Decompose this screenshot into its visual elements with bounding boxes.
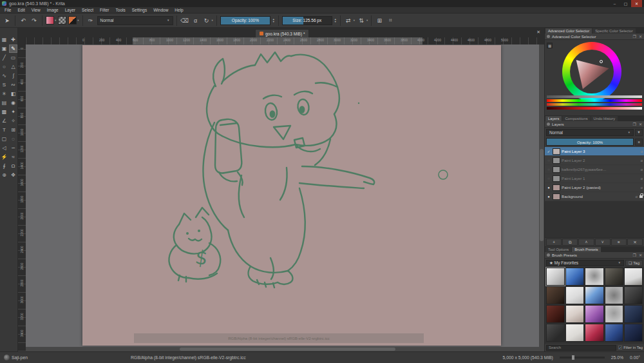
ellipse-tool[interactable]: ○ [0,63,8,71]
docker-tab-brush-presets[interactable]: Brush Presets [572,247,600,252]
close-docker-icon[interactable]: ✕ [639,34,642,39]
vertical-mirror-icon[interactable]: ⇅ [357,16,366,25]
reload-preset-icon[interactable]: ↻ [202,16,211,25]
horizontal-scrollbar-handle[interactable] [180,348,395,351]
brush-preset-6[interactable] [546,286,565,304]
menu-image[interactable]: Image [44,8,62,12]
layer-properties-button[interactable]: ≡ [611,239,627,246]
brush-preset-1[interactable] [546,268,565,286]
filter-in-tag-checkbox[interactable]: ✓ Filter in Tag [618,346,643,349]
maximize-button[interactable]: ▢ [620,0,631,7]
brush-preset-8[interactable] [585,286,603,304]
menu-edit[interactable]: Edit [14,8,28,12]
lock-icon[interactable] [639,195,643,198]
docker-tab-advanced-color-selector[interactable]: Advanced Color Selector [545,28,592,34]
tag-button[interactable]: ❏ Tag [625,260,643,266]
brush-preset-11[interactable] [546,305,565,323]
checkbox-icon[interactable]: ✓ [618,346,622,349]
layer-row[interactable]: ✓Paint Layer 3α [545,147,644,156]
brush-preset-18[interactable] [585,324,603,342]
vertical-scrollbar[interactable] [539,44,544,351]
dynamic-brush-tool[interactable]: ∾ [9,81,17,89]
opacity-spinner[interactable]: ▲▼ [272,18,275,23]
undo-icon[interactable]: ↶ [19,16,28,25]
brush-preset-5[interactable] [624,268,643,286]
brush-preset-4[interactable] [605,268,623,286]
layer-active-check-icon[interactable]: ✓ [546,149,551,153]
blend-mode-select[interactable]: Normal ▼ [97,16,173,25]
menu-select[interactable]: Select [79,8,97,12]
brush-preset-2[interactable] [565,268,584,286]
similar-selection-tool[interactable]: ≈ [9,153,17,161]
move-layer-down-button[interactable]: ˅ [595,239,611,246]
layer-row[interactable]: ●Backgroundα [545,192,644,201]
brush-size-spinner[interactable]: ▲▼ [334,18,337,23]
layer-options-menu-icon[interactable]: ≡ [635,139,643,146]
delete-layer-button[interactable]: ✕ [627,239,643,246]
brush-preset-9[interactable] [605,286,623,304]
gradient-swatch[interactable] [46,16,54,25]
brush-preset-15[interactable] [624,305,643,323]
pattern-swatch[interactable] [58,16,66,25]
freehand-path-tool[interactable]: S [0,81,8,89]
menu-settings[interactable]: Settings [129,8,151,12]
canvas[interactable]: $ RGB/Alpha (8-bit integer/channel) sRGB… [82,45,501,346]
layer-filter-icon[interactable]: ▼ [635,129,643,136]
visibility-on-icon[interactable]: ● [546,195,551,199]
redo-icon[interactable]: ↷ [30,16,39,25]
float-docker-icon[interactable]: ❐ [633,253,636,257]
freehand-selection-tool[interactable]: ∽ [9,144,17,152]
freehand-brush-tool[interactable]: ✎ [9,44,17,53]
fg-bg-color-swatch[interactable] [68,16,77,25]
search-input[interactable]: Search [546,345,616,351]
multibrush-tool[interactable]: ✳ [0,90,8,98]
menu-filter[interactable]: Filter [97,8,112,12]
transform-tool[interactable]: ▦ [0,35,8,44]
color-sampler-tool[interactable]: ◉ [9,99,17,107]
shade-strip[interactable] [547,95,642,98]
brush-preset-17[interactable] [565,324,584,342]
layer-blend-mode-select[interactable]: Normal ▼ [546,129,634,136]
crop-tool[interactable]: ▣ [0,44,8,53]
hue-strip[interactable] [547,99,642,102]
rectangle-tool[interactable]: ▭ [9,54,17,62]
snap-settings-icon[interactable]: ⌗ [386,16,395,25]
pan-tool[interactable]: ✥ [9,171,17,179]
close-docker-icon[interactable]: ✕ [639,253,642,257]
tag-filter-select[interactable]: ★ My Favorites ▼ [546,260,624,266]
alpha-inherit-icon[interactable]: α [641,186,643,190]
alpha-inherit-icon[interactable]: α [641,177,643,181]
brush-preset-20[interactable] [624,324,643,342]
brush-preset-14[interactable] [605,305,623,323]
contiguous-selection-tool[interactable]: ⚡ [0,153,8,161]
minimize-button[interactable]: – [609,0,620,7]
wraparound-mode-icon[interactable]: ⊞ [375,16,384,25]
menu-tools[interactable]: Tools [113,8,129,12]
pointer-icon[interactable]: ➤ [3,16,12,25]
assistants-tool[interactable]: ✧ [9,117,17,125]
polyline-tool[interactable]: ∿ [0,72,8,80]
pattern-edit-tool[interactable]: ▩ [0,108,8,116]
float-docker-icon[interactable]: ❐ [633,34,636,39]
menu-file[interactable]: File [1,8,14,12]
visibility-off-icon[interactable]: ○ [546,177,551,181]
opacity-slider[interactable]: Opacity: 100% [220,16,270,25]
duplicate-layer-button[interactable]: ⧉ [562,239,578,246]
color-selector-settings-icon[interactable]: ▦ [547,43,553,48]
text-tool[interactable]: T [0,126,8,134]
brush-preset-10[interactable] [624,286,643,304]
brush-preset-3[interactable] [585,268,603,286]
brush-preset-19[interactable] [605,324,623,342]
rectangular-selection-tool[interactable]: ▢ [0,135,8,143]
bezier-selection-tool[interactable]: ∮ [0,162,8,170]
magnetic-selection-tool[interactable]: Ω [9,162,17,170]
layer-row[interactable]: ○bafkreifpt267gyaaw6ee...α [545,165,644,174]
bezier-curve-tool[interactable]: ∫ [9,72,17,80]
polygonal-selection-tool[interactable]: ◁ [0,144,8,152]
reference-images-tool[interactable]: ⊞ [9,126,17,134]
brush-size-slider[interactable]: Size: 125.56 px [282,16,332,25]
polygon-tool[interactable]: △ [9,63,17,71]
vertical-scrollbar-handle[interactable] [540,149,544,241]
brush-preset-12[interactable] [565,305,584,323]
alpha-inherit-icon[interactable]: α [641,168,643,172]
